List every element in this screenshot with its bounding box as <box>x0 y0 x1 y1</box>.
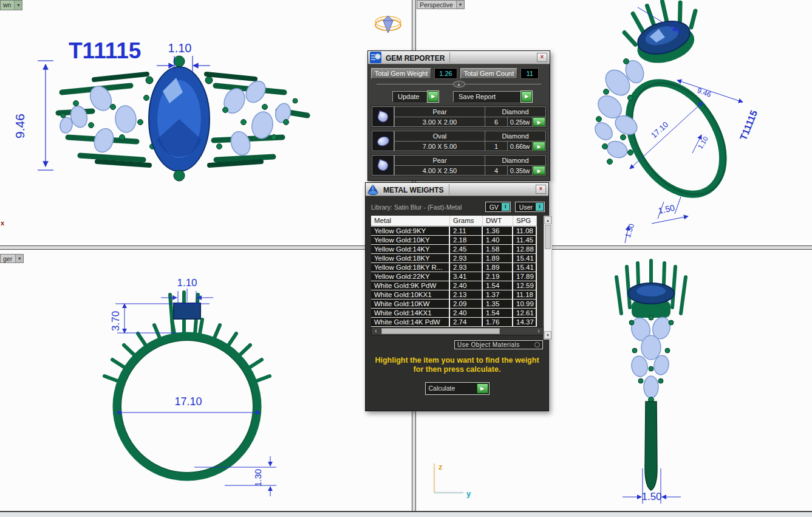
collapse-divider: ▲ <box>377 81 541 87</box>
metal-name-cell: White Gold:14KX1 <box>371 309 450 317</box>
gem-reporter-panel: GEM REPORTER × Total Gem Weight 1.26 Tot… <box>367 50 550 181</box>
play-icon[interactable]: ▶ <box>533 117 545 127</box>
gem-size: 3.00 X 2.00 <box>395 117 485 127</box>
metal-table-row[interactable]: Yellow Gold:9KY 2.11 1.36 11.08 <box>371 227 537 236</box>
calculate-button[interactable]: Calculate ▶ <box>425 382 490 395</box>
front-dim-band: 1.30 <box>253 469 263 487</box>
persp-dim-b: 9.46 <box>696 86 712 99</box>
update-button[interactable]: Update ▶ <box>392 91 438 102</box>
panel-title: GEM REPORTER <box>383 51 449 64</box>
gem-weight: 0.25tw <box>508 117 532 127</box>
grams-cell: 2.13 <box>450 290 483 299</box>
metal-table-row[interactable]: Yellow Gold:22KY 3.41 2.19 17.89 <box>371 272 537 281</box>
play-icon[interactable]: ▶ <box>533 166 545 176</box>
gem-count: 1 <box>485 142 507 151</box>
vertical-scrollbar[interactable]: ▲ ▼ <box>544 216 552 340</box>
chevron-down-icon[interactable]: ▼ <box>456 1 464 9</box>
chevron-down-icon[interactable]: ▼ <box>14 1 22 10</box>
metal-weights-titlebar[interactable]: METAL WEIGHTS × <box>366 183 548 196</box>
dwt-cell: 1.76 <box>483 318 513 326</box>
metal-table-row[interactable]: White Gold:14KX1 2.40 1.54 12.61 <box>371 309 537 318</box>
gem-shape-icon <box>377 159 389 171</box>
axis-z-label: z <box>438 462 443 471</box>
gv-toggle-button[interactable]: GV I <box>485 202 511 212</box>
spg-cell: 14.37 <box>513 318 537 326</box>
column-header-grams[interactable]: Grams <box>450 216 483 225</box>
dwt-cell: 1.35 <box>483 300 513 308</box>
play-icon[interactable]: ▶ <box>428 91 438 102</box>
user-toggle-button[interactable]: User I <box>515 202 545 212</box>
status-bar <box>0 511 812 517</box>
viewport-top-view[interactable]: T11115 1.10 9.46 <box>0 0 412 245</box>
viewport-tab-top-view[interactable]: wn ▼ <box>0 0 22 10</box>
play-icon[interactable]: ▶ <box>521 91 532 102</box>
metal-table-row[interactable]: Yellow Gold:10KY 2.18 1.40 11.45 <box>371 236 537 245</box>
scroll-down-icon[interactable]: ▼ <box>544 331 551 339</box>
close-icon[interactable]: × <box>537 53 547 62</box>
metal-table-row[interactable]: White Gold:10KX1 2.13 1.37 11.18 <box>371 290 537 300</box>
scroll-left-icon[interactable]: ‹ <box>372 327 380 335</box>
spg-cell: 12.59 <box>513 281 537 290</box>
spg-cell: 12.61 <box>513 309 537 317</box>
scroll-up-icon[interactable]: ▲ <box>544 216 551 224</box>
gem-weight: 0.66tw <box>508 142 532 151</box>
use-object-materials-toggle[interactable]: Use Object Materials <box>454 340 543 349</box>
dwt-cell: 1.37 <box>483 290 513 299</box>
metal-table-header: Metal Grams DWT SPG <box>371 216 537 227</box>
spg-cell: 10.99 <box>513 300 537 308</box>
dim-height-label: 9.46 <box>13 114 27 139</box>
metal-table-row[interactable]: Yellow Gold:18KY 2.93 1.89 15.41 <box>371 254 537 263</box>
gem-count: 4 <box>485 166 507 176</box>
horizontal-scrollbar[interactable]: ‹ › <box>371 327 544 335</box>
metal-table-row[interactable]: White Gold:10KW 2.09 1.35 10.99 <box>371 300 537 309</box>
panel-title: METAL WEIGHTS <box>380 183 449 196</box>
metal-name-cell: White Gold:10KX1 <box>371 290 450 299</box>
grams-cell: 2.93 <box>450 254 483 262</box>
spg-cell: 11.08 <box>513 227 537 235</box>
gem-reporter-titlebar[interactable]: GEM REPORTER × <box>368 51 550 64</box>
total-gem-weight-label: Total Gem Weight <box>371 68 431 79</box>
cad-application-window: T11115 1.10 9.46 <box>0 0 812 517</box>
spg-cell: 15.41 <box>513 263 537 272</box>
grams-cell: 2.09 <box>450 300 483 308</box>
metal-name-cell: White Gold:9K PdW <box>371 281 450 290</box>
user-toggle-indicator: I <box>536 203 544 211</box>
titlebar-spacer[interactable] <box>449 184 536 194</box>
close-icon[interactable]: × <box>536 185 546 194</box>
total-gem-count-label: Total Gem Count <box>460 68 518 79</box>
update-button-label: Update <box>392 91 428 102</box>
metal-table-row[interactable]: White Gold:14K PdW 2.74 1.76 14.37 <box>371 318 537 327</box>
instruction-text: Highlight the item you want to find the … <box>366 356 548 374</box>
viewport-tab-front-view[interactable]: ger ▼ <box>0 254 24 263</box>
ring-perspective-render <box>592 0 745 213</box>
collapse-icon[interactable]: ▲ <box>453 81 465 87</box>
metal-table-row[interactable]: White Gold:9K PdW 2.40 1.54 12.59 <box>371 281 537 290</box>
gem-reporter-buttons: Update ▶ Save Report ▶ <box>368 87 550 102</box>
user-toggle-label: User <box>516 204 536 211</box>
spg-cell: 17.89 <box>513 272 537 281</box>
play-icon[interactable]: ▶ <box>533 142 545 151</box>
gem-row[interactable]: Pear Diamond 3.00 X 2.00 6 0.25tw ▶ <box>371 106 547 128</box>
save-report-button[interactable]: Save Report ▶ <box>453 91 532 102</box>
radio-indicator[interactable] <box>534 342 540 348</box>
chevron-down-icon[interactable]: ▼ <box>15 255 23 262</box>
titlebar-spacer[interactable] <box>449 52 537 63</box>
scroll-right-icon[interactable]: › <box>534 327 543 335</box>
viewport-front-view[interactable]: 1.10 3.70 17.10 1.30 <box>0 250 412 511</box>
horizontal-scrollbar-thumb[interactable] <box>381 328 500 334</box>
column-header-metal[interactable]: Metal <box>371 216 450 225</box>
gem-row[interactable]: Oval Diamond 7.00 X 5.00 1 0.66tw ▶ <box>371 130 547 152</box>
play-icon[interactable]: ▶ <box>477 383 488 394</box>
ring-top-view-render <box>58 56 307 181</box>
metal-table-row[interactable]: Yellow Gold:14KY 2.45 1.58 12.88 <box>371 245 537 254</box>
column-header-dwt[interactable]: DWT <box>483 216 513 225</box>
column-header-spg[interactable]: SPG <box>513 216 537 225</box>
metal-table-row[interactable]: Yellow Gold:18KY R... 2.93 1.89 15.41 <box>371 263 537 272</box>
gem-shape-name: Pear <box>395 156 485 165</box>
vertical-scrollbar-thumb[interactable] <box>545 225 551 249</box>
gem-thumbnail <box>372 131 394 151</box>
viewport-tab-perspective[interactable]: Perspective ▼ <box>417 0 465 9</box>
gv-toggle-label: GV <box>486 204 502 211</box>
gem-row[interactable]: Pear Diamond 4.00 X 2.50 4 0.35tw ▶ <box>371 154 547 176</box>
front-dim-diameter: 17.10 <box>174 395 202 408</box>
